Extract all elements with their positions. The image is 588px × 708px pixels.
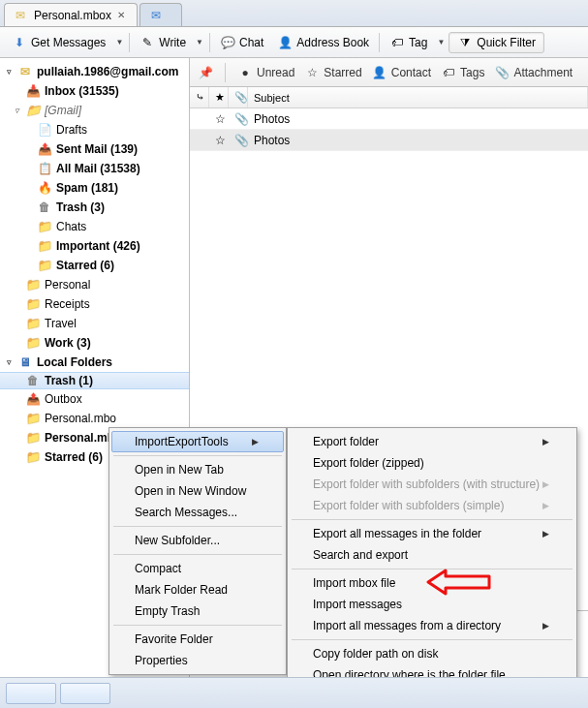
- tab-active[interactable]: ✉ Personal.mbox ✕: [4, 3, 138, 26]
- filter-unread[interactable]: ●Unread: [237, 65, 294, 80]
- taskbar-button[interactable]: [60, 683, 110, 704]
- folder-icon: 📁: [25, 296, 41, 312]
- close-icon[interactable]: ✕: [117, 10, 125, 20]
- folder-icon: 📁: [37, 258, 52, 273]
- filter-attachment[interactable]: 📎Attachment: [494, 65, 573, 80]
- filter-starred[interactable]: ☆Starred: [304, 65, 361, 80]
- menu-mark-folder-read[interactable]: Mark Folder Read: [111, 579, 284, 600]
- twisty-icon: ▿: [4, 357, 14, 367]
- menu-open-new-tab[interactable]: Open in New Tab: [111, 459, 284, 480]
- mail-icon: ✉: [13, 8, 28, 23]
- filter-icon: ⧩: [457, 35, 473, 50]
- menu-export-all-messages[interactable]: Export all messages in the folder▶: [290, 523, 574, 544]
- submenu-arrow-icon: ▶: [542, 437, 549, 446]
- quick-filter-bar: 📌 ●Unread ☆Starred 👤Contact 🏷Tags 📎Attac…: [190, 58, 588, 87]
- inbox-row[interactable]: 📥Inbox (31535): [0, 81, 189, 101]
- folder-icon: 📁: [25, 316, 41, 331]
- menu-new-subfolder[interactable]: New Subfolder...: [111, 530, 284, 551]
- menu-open-new-window[interactable]: Open in New Window: [111, 480, 284, 502]
- chevron-down-icon[interactable]: ▼: [194, 38, 205, 46]
- mail-icon: ✉: [148, 8, 164, 23]
- subject-column[interactable]: Subject: [248, 87, 588, 108]
- twisty-icon: ▿: [4, 67, 14, 77]
- chat-button[interactable]: 💬 Chat: [214, 32, 269, 53]
- get-messages-button[interactable]: ⬇ Get Messages: [6, 32, 111, 53]
- all-mail-row[interactable]: 📋All Mail (31538): [0, 159, 189, 178]
- separator: [113, 554, 282, 555]
- tag-button[interactable]: 🏷 Tag: [384, 32, 433, 53]
- spam-row[interactable]: 🔥Spam (181): [0, 178, 189, 198]
- chats-row[interactable]: 📁Chats: [0, 217, 189, 236]
- menu-export-subfolders-structure: Export folder with subfolders (with stru…: [290, 474, 574, 495]
- twisty-icon: ▿: [12, 106, 21, 115]
- main-toolbar: ⬇ Get Messages ▼ ✎ Write ▼ 💬 Chat 👤 Addr…: [0, 27, 588, 58]
- star-icon[interactable]: ☆: [209, 112, 229, 126]
- message-list-header: ⤷ ★ 📎 Subject: [190, 87, 588, 108]
- star-icon[interactable]: ☆: [209, 134, 229, 147]
- menu-import-all-from-dir[interactable]: Import all messages from a directory▶: [290, 615, 574, 636]
- taskbar-button[interactable]: [6, 683, 56, 704]
- receipts-row[interactable]: 📁Receipts: [0, 294, 189, 314]
- separator: [129, 33, 130, 52]
- lf-trash-row[interactable]: 🗑Trash (1): [0, 372, 189, 389]
- drafts-icon: 📄: [37, 122, 52, 138]
- tag-icon: 🏷: [389, 35, 405, 50]
- address-book-button[interactable]: 👤 Address Book: [271, 32, 375, 53]
- travel-row[interactable]: 📁Travel: [0, 314, 189, 333]
- separator: [113, 455, 282, 456]
- tab-active-label: Personal.mbox: [34, 9, 111, 22]
- menu-search-and-export[interactable]: Search and export: [290, 544, 574, 566]
- trash-row[interactable]: 🗑Trash (3): [0, 198, 189, 217]
- menu-import-mbox-file[interactable]: Import mbox file: [290, 572, 574, 594]
- lf-personal-mbo-row[interactable]: 📁Personal.mbo: [0, 409, 189, 428]
- account-row[interactable]: ▿✉pullaiah.1986@gmail.com: [0, 62, 189, 81]
- filter-contact[interactable]: 👤Contact: [372, 65, 431, 80]
- trash-icon: 🗑: [25, 373, 41, 388]
- unread-icon: ●: [237, 65, 253, 80]
- menu-empty-trash[interactable]: Empty Trash: [111, 600, 284, 622]
- chevron-down-icon[interactable]: ▼: [113, 38, 125, 46]
- menu-search-messages[interactable]: Search Messages...: [111, 502, 284, 523]
- menu-compact[interactable]: Compact: [111, 558, 284, 579]
- star-column[interactable]: ★: [209, 87, 229, 108]
- message-row[interactable]: ☆📎Photos: [190, 108, 588, 130]
- chevron-down-icon[interactable]: ▼: [435, 38, 447, 46]
- important-row[interactable]: 📁Important (426): [0, 236, 189, 256]
- local-folders-row[interactable]: ▿🖥Local Folders: [0, 353, 189, 372]
- filter-tags[interactable]: 🏷Tags: [441, 65, 484, 80]
- menu-export-folder[interactable]: Export folder▶: [290, 431, 574, 452]
- tab-inactive[interactable]: ✉: [139, 3, 182, 26]
- menu-copy-folder-path[interactable]: Copy folder path on disk: [290, 643, 574, 664]
- menu-export-folder-zipped[interactable]: Export folder (zipped): [290, 452, 574, 474]
- thread-column[interactable]: ⤷: [190, 87, 209, 108]
- folder-icon: 📁: [37, 238, 52, 254]
- menu-properties[interactable]: Properties: [111, 650, 284, 671]
- write-button[interactable]: ✎ Write: [134, 32, 192, 53]
- folder-icon: 📁: [25, 411, 41, 426]
- work-row[interactable]: 📁Work (3): [0, 333, 189, 353]
- pin-icon[interactable]: 📌: [198, 65, 213, 80]
- download-icon: ⬇: [12, 35, 27, 50]
- sent-mail-row[interactable]: 📤Sent Mail (139): [0, 139, 189, 159]
- separator: [113, 526, 282, 527]
- menu-import-messages[interactable]: Import messages: [290, 594, 574, 615]
- separator: [225, 63, 226, 82]
- sent-icon: 📤: [37, 141, 52, 157]
- starred-row[interactable]: 📁Starred (6): [0, 256, 189, 275]
- contact-icon: 👤: [372, 65, 387, 80]
- personal-row[interactable]: 📁Personal: [0, 275, 189, 294]
- message-row[interactable]: ☆📎Photos: [190, 130, 588, 151]
- attach-column[interactable]: 📎: [229, 87, 248, 108]
- taskbar: [0, 677, 588, 708]
- attachment-icon: 📎: [229, 134, 248, 147]
- chat-icon: 💬: [220, 35, 235, 50]
- menu-import-export-tools[interactable]: ImportExportTools▶: [111, 431, 284, 452]
- menu-export-subfolders-simple: Export folder with subfolders (simple)▶: [290, 495, 574, 516]
- import-export-submenu: Export folder▶ Export folder (zipped) Ex…: [287, 427, 577, 708]
- gmail-row[interactable]: ▿📁[Gmail]: [0, 101, 189, 120]
- menu-favorite-folder[interactable]: Favorite Folder: [111, 629, 284, 650]
- attachment-icon: 📎: [229, 112, 248, 126]
- drafts-row[interactable]: 📄Drafts: [0, 120, 189, 139]
- quick-filter-button[interactable]: ⧩ Quick Filter: [449, 32, 544, 53]
- lf-outbox-row[interactable]: 📤Outbox: [0, 389, 189, 409]
